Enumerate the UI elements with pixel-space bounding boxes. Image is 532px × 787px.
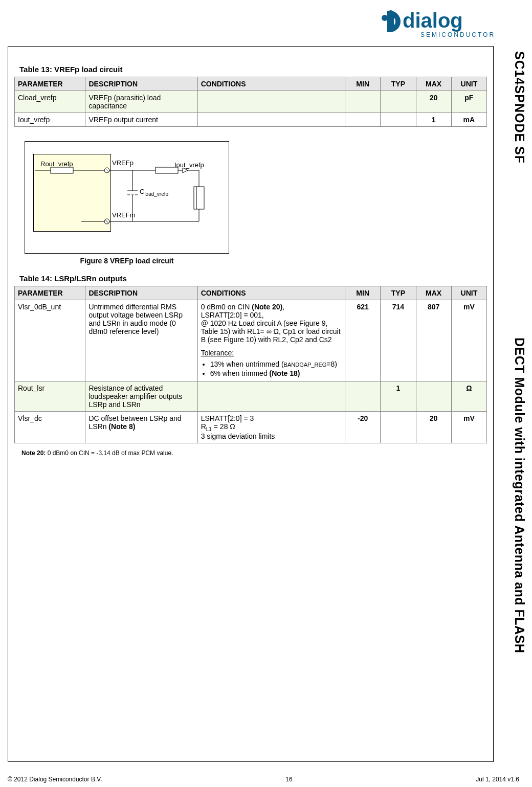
cell-min <box>345 91 381 113</box>
table-row: Vlsr_0dB_unt Untrimmed differential RMS … <box>15 300 487 381</box>
th-conditions: CONDITIONS <box>197 77 345 91</box>
table13: PARAMETER DESCRIPTION CONDITIONS MIN TYP… <box>14 77 487 127</box>
cell-unit: mV <box>451 412 486 443</box>
cell-typ <box>381 412 416 443</box>
cell-param: Rout_lsr <box>15 381 85 412</box>
company-logo: dialog SEMICONDUCTOR <box>374 5 507 41</box>
note-20: Note 20: 0 dBm0 on CIN = -3.14 dB of max… <box>21 449 487 457</box>
page: dialog SEMICONDUCTOR SC14SPNODE SF DECT … <box>0 0 532 787</box>
table-row: Iout_vrefp VREFp output current 1 mA <box>15 113 487 127</box>
th-conditions: CONDITIONS <box>197 286 345 300</box>
cell-min <box>345 113 381 127</box>
footer-date-version: Jul 1, 2014 v1.6 <box>476 776 519 783</box>
cell-max: 20 <box>416 91 451 113</box>
cell-typ: 714 <box>381 300 416 381</box>
cell-param: Vlsr_dc <box>15 412 85 443</box>
figure8-caption: Figure 8 VREFp load circuit <box>25 257 229 265</box>
table-header-row: PARAMETER DESCRIPTION CONDITIONS MIN TYP… <box>15 286 487 300</box>
table14: PARAMETER DESCRIPTION CONDITIONS MIN TYP… <box>14 286 487 443</box>
table13-title: Table 13: VREFp load circuit <box>19 65 487 74</box>
cell-cond <box>197 113 345 127</box>
logo-text: dialog <box>403 9 463 32</box>
cell-cond: LSRATT[2:0] = 3 RL1 = 28 Ω 3 sigma devia… <box>197 412 345 443</box>
figure8-frame: Rout_vrefp VREFp Iout_vrefp Cload_vrefp … <box>25 141 229 254</box>
cell-typ <box>381 113 416 127</box>
cell-param: Vlsr_0dB_unt <box>15 300 85 381</box>
th-typ: TYP <box>381 77 416 91</box>
side-label-description: DECT Module with integrated Antenna and … <box>509 338 527 653</box>
footer-page-number: 16 <box>285 776 292 783</box>
svg-point-0 <box>382 15 388 21</box>
cell-cond: 0 dBm0 on CIN (Note 20), LSRATT[2:0] = 0… <box>197 300 345 381</box>
th-unit: UNIT <box>451 286 486 300</box>
cell-desc: VREFp (parasitic) load capacitance <box>85 91 197 113</box>
th-description: DESCRIPTION <box>85 77 197 91</box>
footer-copyright: © 2012 Dialog Semiconductor B.V. <box>8 776 102 783</box>
cell-min <box>345 381 381 412</box>
cell-max: 1 <box>416 113 451 127</box>
th-parameter: PARAMETER <box>15 286 85 300</box>
th-min: MIN <box>345 77 381 91</box>
cell-max: 20 <box>416 412 451 443</box>
schematic-svg <box>25 142 219 244</box>
table-row: Rout_lsr Resistance of activated loudspe… <box>15 381 487 412</box>
cell-desc: Resistance of activated loudspeaker ampl… <box>85 381 197 412</box>
cell-unit: Ω <box>451 381 486 412</box>
table14-title: Table 14: LSRp/LSRn outputs <box>19 274 487 283</box>
cell-typ: 1 <box>381 381 416 412</box>
table-row: Cload_vrefp VREFp (parasitic) load capac… <box>15 91 487 113</box>
cell-unit: mV <box>451 300 486 381</box>
side-label-product: SC14SPNODE SF <box>509 51 527 164</box>
cell-cond <box>197 381 345 412</box>
svg-rect-3 <box>51 167 73 173</box>
th-max: MAX <box>416 77 451 91</box>
svg-rect-12 <box>194 187 204 209</box>
cell-param: Cload_vrefp <box>15 91 85 113</box>
cell-desc: VREFp output current <box>85 113 197 127</box>
cell-unit: pF <box>451 91 486 113</box>
th-unit: UNIT <box>451 77 486 91</box>
page-footer: © 2012 Dialog Semiconductor B.V. 16 Jul … <box>8 776 519 783</box>
svg-rect-8 <box>156 167 178 173</box>
content-frame: Table 13: VREFp load circuit PARAMETER D… <box>8 46 494 762</box>
th-typ: TYP <box>381 286 416 300</box>
table-header-row: PARAMETER DESCRIPTION CONDITIONS MIN TYP… <box>15 77 487 91</box>
cell-unit: mA <box>451 113 486 127</box>
figure8: Rout_vrefp VREFp Iout_vrefp Cload_vrefp … <box>25 141 229 265</box>
logo-subtext: SEMICONDUCTOR <box>420 31 495 38</box>
cell-max: 807 <box>416 300 451 381</box>
th-parameter: PARAMETER <box>15 77 85 91</box>
th-description: DESCRIPTION <box>85 286 197 300</box>
cell-max <box>416 381 451 412</box>
th-min: MIN <box>345 286 381 300</box>
svg-marker-10 <box>183 168 188 173</box>
cell-typ <box>381 91 416 113</box>
cell-param: Iout_vrefp <box>15 113 85 127</box>
cell-min: 621 <box>345 300 381 381</box>
cell-min: -20 <box>345 412 381 443</box>
th-max: MAX <box>416 286 451 300</box>
cell-desc: Untrimmed differential RMS output voltag… <box>85 300 197 381</box>
table-row: Vlsr_dc DC offset between LSRp and LSRn … <box>15 412 487 443</box>
cell-desc: DC offset between LSRp and LSRn (Note 8) <box>85 412 197 443</box>
cell-cond <box>197 91 345 113</box>
